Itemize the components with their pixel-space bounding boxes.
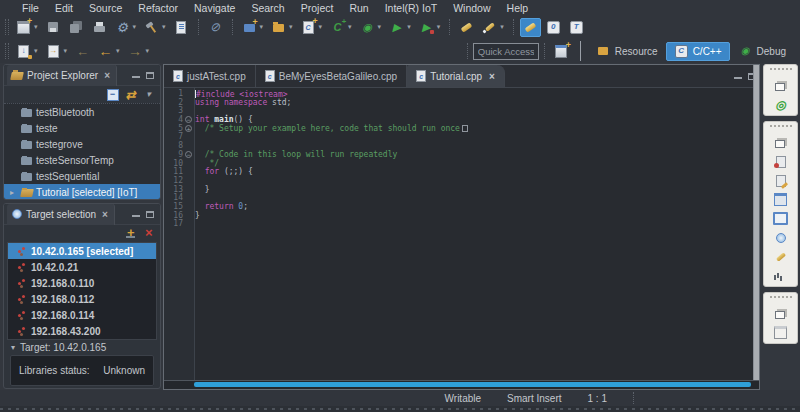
- project-tree-item[interactable]: ▸ teste: [4, 120, 160, 136]
- menu-item[interactable]: File: [14, 2, 47, 14]
- toolbar-button[interactable]: [171, 18, 192, 37]
- menu-item[interactable]: Edit: [47, 2, 81, 14]
- perspective-button[interactable]: C/C++: [666, 42, 730, 61]
- chevron-down-icon[interactable]: ▾: [146, 47, 150, 55]
- menu-item[interactable]: Help: [499, 2, 537, 14]
- project-tree-item[interactable]: ▸ Tutorial [selected] [IoT]: [4, 184, 160, 199]
- minimized-view-button[interactable]: [772, 305, 789, 322]
- view-toolbar-button[interactable]: [123, 225, 138, 240]
- toolbar-button[interactable]: ▾: [239, 18, 267, 37]
- code-line[interactable]: 16}: [164, 212, 759, 221]
- code-line[interactable]: 7: [164, 133, 759, 142]
- editor-tab[interactable]: Tutorial.cpp ×: [407, 65, 505, 87]
- menu-item[interactable]: Run: [341, 2, 376, 14]
- minimized-view-button[interactable]: [772, 248, 789, 265]
- toolbar-button[interactable]: ▾: [43, 42, 71, 61]
- collapse-caret-icon[interactable]: ▾: [11, 343, 15, 352]
- toolbar-drag-handle[interactable]: [5, 43, 9, 59]
- code-line[interactable]: 17: [164, 220, 759, 229]
- code-line[interactable]: 2using namespace std;: [164, 99, 759, 108]
- view-toolbar-button[interactable]: [141, 225, 156, 240]
- code-line[interactable]: 15 return 0;: [164, 203, 759, 212]
- code-line[interactable]: 14: [164, 194, 759, 203]
- minimize-icon[interactable]: [132, 72, 140, 78]
- target-list-item[interactable]: 192.168.43.200: [8, 323, 156, 339]
- project-explorer-tab[interactable]: Project Explorer ×: [7, 65, 117, 86]
- close-icon[interactable]: ×: [104, 70, 110, 81]
- minimized-view-button[interactable]: [772, 153, 789, 170]
- toolbar-button[interactable]: ▾: [13, 18, 41, 37]
- chevron-down-icon[interactable]: ▾: [289, 23, 293, 31]
- folded-region-indicator[interactable]: [462, 125, 468, 132]
- chevron-down-icon[interactable]: ▾: [378, 23, 382, 31]
- maximize-icon[interactable]: [146, 72, 154, 79]
- minimized-view-button[interactable]: [772, 229, 789, 246]
- menu-item[interactable]: Source: [81, 2, 130, 14]
- toolbar-button[interactable]: [456, 18, 477, 37]
- chevron-down-icon[interactable]: ▾: [34, 23, 38, 31]
- toolbar-button[interactable]: ▾: [357, 18, 385, 37]
- minimized-view-button[interactable]: [772, 77, 789, 94]
- chevron-down-icon[interactable]: ▾: [437, 23, 441, 31]
- chevron-down-icon[interactable]: ▾: [500, 23, 504, 31]
- chevron-down-icon[interactable]: ▾: [260, 23, 264, 31]
- close-icon[interactable]: ×: [102, 209, 108, 220]
- toolbar-button[interactable]: [566, 18, 587, 37]
- code-line[interactable]: 13 }: [164, 186, 759, 195]
- code-line[interactable]: 5+ /* Setup your example here, code that…: [164, 125, 759, 134]
- target-list-item[interactable]: 10.42.0.165 [selected]: [8, 243, 156, 259]
- toolbar-button[interactable]: ▾: [112, 18, 140, 37]
- minimized-view-button[interactable]: [772, 96, 789, 113]
- perspective-button[interactable]: Debug: [730, 42, 794, 61]
- chevron-down-icon[interactable]: ▾: [407, 23, 411, 31]
- toolbar-button[interactable]: ▾: [327, 18, 355, 37]
- toolbar-button[interactable]: [66, 18, 87, 37]
- overview-ruler[interactable]: [753, 65, 759, 380]
- toolbar-button[interactable]: ▾: [386, 18, 414, 37]
- toolbar-button[interactable]: ▾: [125, 42, 153, 61]
- toolbar-button[interactable]: [43, 18, 64, 37]
- fold-expand-icon[interactable]: +: [185, 125, 192, 132]
- menu-item[interactable]: Intel(R) IoT: [377, 2, 446, 14]
- maximize-icon[interactable]: [146, 211, 154, 218]
- chevron-down-icon[interactable]: ▾: [348, 23, 352, 31]
- toolbar-drag-handle[interactable]: [5, 19, 9, 35]
- target-summary-row[interactable]: ▾ Target: 10.42.0.165: [4, 342, 160, 353]
- menu-item[interactable]: Search: [243, 2, 292, 14]
- minimized-view-button[interactable]: [772, 134, 789, 151]
- toolbar-button[interactable]: ▾: [13, 42, 41, 61]
- editor-tab[interactable]: BeMyEyesBetaGalileo.cpp ×: [256, 65, 407, 87]
- editor-tab[interactable]: justATest.cpp ×: [164, 65, 256, 87]
- minimized-view-button[interactable]: [772, 172, 789, 189]
- toolbar-button[interactable]: [89, 18, 110, 37]
- close-icon[interactable]: ×: [489, 71, 495, 82]
- menu-item[interactable]: Refactor: [130, 2, 186, 14]
- minimized-view-button[interactable]: [772, 191, 789, 208]
- chevron-down-icon[interactable]: ▾: [116, 47, 120, 55]
- target-list-item[interactable]: 192.168.0.114: [8, 307, 156, 323]
- horizontal-scrollbar[interactable]: [194, 382, 751, 387]
- toolbar-button[interactable]: [543, 18, 564, 37]
- toolbar-button[interactable]: ▾: [95, 42, 123, 61]
- minimized-view-button[interactable]: [772, 324, 789, 341]
- fold-collapse-icon[interactable]: −: [185, 116, 192, 123]
- target-list-item[interactable]: 192.168.0.110: [8, 275, 156, 291]
- code-line[interactable]: 12: [164, 177, 759, 186]
- project-tree-item[interactable]: ▸ testeSensorTemp: [4, 152, 160, 168]
- toolbar-button[interactable]: [205, 18, 226, 37]
- code-line[interactable]: 3: [164, 107, 759, 116]
- code-editor[interactable]: 1#include <iostream>2using namespace std…: [164, 88, 759, 389]
- code-line[interactable]: 11 for (;;) {: [164, 168, 759, 177]
- project-tree-item[interactable]: ▸ testSequential: [4, 168, 160, 184]
- chevron-down-icon[interactable]: ▾: [64, 47, 68, 55]
- code-line[interactable]: 9− /* Code in this loop will run repeate…: [164, 151, 759, 160]
- toolbar-button[interactable]: [520, 18, 541, 37]
- menu-item[interactable]: Window: [445, 2, 498, 14]
- project-tree-item[interactable]: ▸ testBluetooth: [4, 104, 160, 120]
- chevron-down-icon[interactable]: ▾: [133, 23, 137, 31]
- toolbar-button[interactable]: ▾: [416, 18, 444, 37]
- toolbar-button[interactable]: ▾: [479, 18, 507, 37]
- perspective-button[interactable]: Resource: [588, 42, 666, 61]
- fold-collapse-icon[interactable]: −: [185, 151, 192, 158]
- target-list-item[interactable]: 10.42.0.21: [8, 259, 156, 275]
